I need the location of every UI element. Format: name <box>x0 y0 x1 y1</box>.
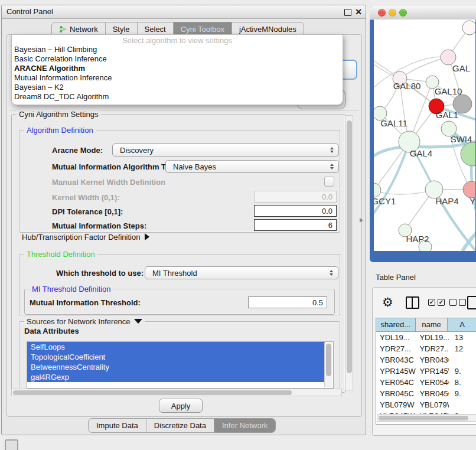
table-cell[interactable]: YDR27... <box>416 343 448 354</box>
column-header[interactable]: A <box>448 318 476 331</box>
network-node-label: GCY1 <box>374 196 396 206</box>
table-cell[interactable]: YBR043C <box>416 354 448 366</box>
table-cell[interactable]: YBL079W <box>376 399 416 410</box>
sources-title[interactable]: Sources for Network Inference <box>24 317 145 326</box>
network-node[interactable] <box>374 183 381 197</box>
table-row[interactable]: YER054CYER054C8. <box>376 377 476 388</box>
table-cell[interactable]: 8. <box>449 377 476 388</box>
collapsed-panel-icon[interactable] <box>5 439 18 450</box>
mi-threshold-group: MI Threshold Definition Mutual Informati… <box>24 289 335 315</box>
control-panel-titlebar[interactable]: Control Panel ✕ <box>2 5 366 19</box>
aracne-mode-select[interactable]: Discovery <box>112 144 339 156</box>
algorithm-definition-group: Algorithm Definition Aracne Mode: Discov… <box>19 130 340 233</box>
attributes-scrollbar[interactable] <box>324 343 332 387</box>
float-window-icon[interactable] <box>344 9 351 16</box>
table-cell[interactable]: YDR27... <box>376 343 416 354</box>
mi-steps-input[interactable]: 6 <box>254 219 337 231</box>
table-cell[interactable]: 9. <box>449 388 476 399</box>
scrollbar-thumb[interactable] <box>347 120 352 373</box>
mi-type-select[interactable]: Naive Bayes <box>165 160 339 173</box>
attribute-list-item[interactable]: TopologicalCoefficient <box>27 352 325 362</box>
algorithm-option[interactable]: Bayesian – K2 <box>12 83 343 92</box>
table-row[interactable]: YPR145WYPR145W9. <box>376 366 476 377</box>
apply-button[interactable]: Apply <box>159 399 203 413</box>
table-cell[interactable]: YBR045C <box>416 388 448 399</box>
column-header[interactable]: name <box>416 318 448 331</box>
tab-discretize-data[interactable]: Discretize Data <box>146 419 214 432</box>
table-cell[interactable]: YPR145W <box>416 366 448 377</box>
split-columns-icon[interactable] <box>406 296 419 309</box>
mi-threshold-input[interactable]: 0.5 <box>248 296 327 308</box>
table-cell[interactable]: YDL19... <box>376 332 416 343</box>
table-cell[interactable]: YBL079W <box>416 399 448 410</box>
table-cell[interactable]: YBR043C <box>376 354 416 366</box>
tab-impute-data[interactable]: Impute Data <box>89 419 146 432</box>
network-view-window[interactable]: GALGAL80GAL10GAL1GAL11SWI4GAL4GCY1HAP4YH… <box>370 6 476 262</box>
attribute-list-item[interactable]: gal4RGexp <box>27 372 325 382</box>
scrollbar-thumb[interactable] <box>326 344 331 376</box>
minimize-traffic-light-icon[interactable] <box>389 9 396 17</box>
dpi-tolerance-input[interactable]: 0.0 <box>254 205 337 217</box>
algorithm-option[interactable]: Bayesian – Hill Climbing <box>12 45 343 54</box>
table-row[interactable]: YBL079WYBL079W <box>376 399 476 410</box>
zoom-traffic-light-icon[interactable] <box>399 9 407 17</box>
data-attributes-list[interactable]: SelfLoopsTopologicalCoefficientBetweenne… <box>27 341 334 389</box>
settings-vertical-scrollbar[interactable] <box>345 115 353 390</box>
table-cell[interactable]: YBR045C <box>376 388 416 399</box>
threshold-definition-group: Threshold Definition Which threshold to … <box>19 254 340 315</box>
table-cell[interactable]: YDL19... <box>416 332 448 343</box>
network-node-label: Y <box>470 196 475 206</box>
sources-group: Sources for Network Inference Data Attri… <box>19 321 340 391</box>
column-header[interactable]: shared... <box>376 318 416 331</box>
algorithm-option[interactable]: Basic Correlation Inference <box>12 54 343 64</box>
algorithm-option[interactable]: Mutual Information Inference <box>12 73 343 83</box>
gear-icon[interactable]: ⚙ <box>382 295 393 310</box>
settings-horizontal-scrollbar[interactable] <box>11 389 342 396</box>
mi-type-value: Naive Bayes <box>173 162 327 171</box>
network-window-titlebar[interactable] <box>370 6 476 20</box>
splitter-collapse-icon[interactable] <box>360 218 363 223</box>
table-cell[interactable]: YER054C <box>376 377 416 388</box>
table-cell[interactable] <box>449 399 476 410</box>
deselect-all-icon[interactable] <box>449 299 457 306</box>
table-cell[interactable]: YIL053C <box>416 422 448 425</box>
table-cell[interactable] <box>449 354 476 366</box>
table-cell[interactable]: YIL053C <box>376 422 416 425</box>
table-horizontal-scrollbar[interactable] <box>377 414 476 422</box>
table-cell[interactable]: 9. <box>449 366 476 377</box>
which-threshold-select[interactable]: MI Threshold <box>145 266 338 279</box>
algorithm-option[interactable]: ARACNE Algorithm <box>12 64 343 73</box>
attribute-list-item[interactable]: BetweennessCentrality <box>27 362 325 372</box>
manual-kernel-label: Manual Kernel Width Definition <box>52 178 165 187</box>
deselect-all-icon[interactable] <box>459 299 466 306</box>
table-row[interactable]: YDR27...YDR27...12 <box>376 343 476 354</box>
table-row[interactable]: YDL19...YDL19...13 <box>376 332 476 343</box>
network-node[interactable] <box>463 181 475 198</box>
network-canvas[interactable]: GALGAL80GAL10GAL1GAL11SWI4GAL4GCY1HAP4YH… <box>374 19 475 251</box>
table-cell[interactable]: 9 <box>449 422 476 425</box>
table-cell[interactable]: 12 <box>449 343 476 354</box>
network-node[interactable] <box>462 21 475 35</box>
network-canvas-svg: GALGAL80GAL10GAL1GAL11SWI4GAL4GCY1HAP4YH… <box>374 19 475 251</box>
table-cell[interactable]: YER054C <box>416 377 448 388</box>
table-row[interactable]: YBR045CYBR045C9. <box>376 388 476 399</box>
close-traffic-light-icon[interactable] <box>378 9 386 17</box>
close-icon[interactable]: ✕ <box>355 6 362 17</box>
attribute-list-item[interactable]: SelfLoops <box>27 342 325 352</box>
scrollbar-thumb[interactable] <box>379 416 468 420</box>
table-row[interactable]: YBR043CYBR043C <box>376 354 476 366</box>
algorithm-option[interactable]: Dream8 DC_TDC Algorithm <box>12 92 343 102</box>
hub-definition-toggle[interactable]: Hub/Transcription Factor Definition <box>22 233 149 242</box>
table-cell[interactable]: YPR145W <box>376 366 416 377</box>
select-all-icon[interactable]: ✓ <box>438 299 445 306</box>
table-row[interactable]: YIL053CYIL053C9 <box>376 422 476 425</box>
document-icon[interactable] <box>467 296 476 309</box>
scrollbar-thumb[interactable] <box>13 390 292 395</box>
kernel-width-input[interactable]: 0.0 <box>254 191 337 203</box>
tab-infer-network[interactable]: Infer Network <box>214 419 275 432</box>
network-node-label: HAP4 <box>435 196 458 206</box>
manual-kernel-checkbox[interactable] <box>324 177 334 187</box>
select-all-icon[interactable]: ✓ <box>428 299 435 306</box>
sources-title-label: Sources for Network Inference <box>27 317 131 326</box>
table-cell[interactable]: 13 <box>449 332 476 343</box>
